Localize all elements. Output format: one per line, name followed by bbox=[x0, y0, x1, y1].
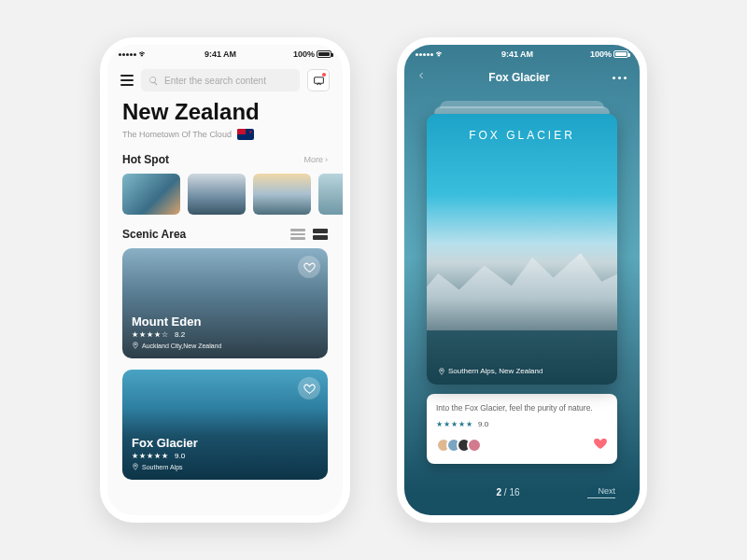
pin-icon bbox=[132, 342, 139, 349]
search-icon bbox=[148, 76, 159, 86]
hero-card[interactable]: FOX GLACIER Southern Alps, New Zealand bbox=[427, 114, 617, 385]
scenic-card[interactable]: Fox Glacier ★★★★★ 9.0 Southern Alps bbox=[122, 370, 328, 480]
battery-icon bbox=[317, 50, 331, 58]
heart-icon bbox=[303, 383, 316, 395]
scenic-area-header: Scenic Area bbox=[107, 215, 343, 248]
status-bar: ᯤ 9:41 AM 100% bbox=[404, 45, 640, 63]
favorite-button[interactable] bbox=[298, 377, 320, 399]
more-button[interactable] bbox=[613, 77, 627, 79]
search-input[interactable]: Enter the search content bbox=[141, 69, 300, 91]
notification-dot-icon bbox=[322, 73, 326, 77]
svg-point-2 bbox=[134, 465, 136, 467]
pin-icon bbox=[132, 463, 139, 470]
screen-home: ᯤ 9:41 AM 100% Enter the search content … bbox=[107, 45, 343, 515]
battery-percent: 100% bbox=[293, 49, 315, 59]
back-button[interactable] bbox=[417, 69, 426, 86]
card-location: Auckland City,New Zealand bbox=[142, 343, 221, 349]
visitor-avatars[interactable] bbox=[436, 438, 482, 453]
hot-spot-carousel[interactable] bbox=[107, 174, 343, 215]
hot-spot-thumb[interactable] bbox=[122, 174, 180, 215]
hero-title: FOX GLACIER bbox=[427, 129, 617, 142]
card-title: Mount Eden bbox=[132, 315, 318, 329]
detail-header: Fox Glacier bbox=[404, 63, 640, 88]
scenic-area-title: Scenic Area bbox=[122, 228, 186, 241]
detail-title: Fox Glacier bbox=[488, 71, 549, 84]
card-title: Fox Glacier bbox=[132, 436, 318, 450]
status-bar: ᯤ 9:41 AM 100% bbox=[107, 45, 343, 63]
clock: 9:41 AM bbox=[501, 49, 533, 59]
star-icons: ★★★★☆ bbox=[132, 330, 169, 339]
avatar bbox=[467, 438, 482, 453]
wifi-icon: ᯤ bbox=[139, 49, 148, 59]
next-label: Next bbox=[598, 486, 615, 496]
chevron-right-icon: › bbox=[325, 155, 328, 164]
next-button[interactable]: Next bbox=[587, 486, 615, 498]
hot-spot-thumb[interactable] bbox=[318, 174, 343, 215]
description-rating: 9.0 bbox=[478, 420, 488, 428]
card-stack[interactable]: FOX GLACIER Southern Alps, New Zealand bbox=[427, 105, 617, 385]
underline-icon bbox=[587, 497, 615, 498]
hero-location: Southern Alps, New Zealand bbox=[448, 367, 543, 375]
nz-flag-icon bbox=[237, 129, 254, 140]
signal-dots-icon bbox=[119, 53, 136, 56]
wifi-icon: ᯤ bbox=[436, 49, 444, 59]
svg-point-3 bbox=[441, 370, 443, 371]
page-indicator: 2 / 16 bbox=[496, 487, 519, 497]
hot-spot-thumb[interactable] bbox=[253, 174, 311, 215]
clock: 9:41 AM bbox=[204, 49, 236, 59]
battery-icon bbox=[613, 50, 628, 58]
favorite-button[interactable] bbox=[298, 256, 320, 278]
hero-image bbox=[427, 114, 617, 385]
page-title: New Zealand bbox=[122, 99, 328, 125]
phone-frame-left: ᯤ 9:41 AM 100% Enter the search content … bbox=[100, 37, 350, 523]
heart-icon bbox=[303, 261, 316, 273]
scenic-list: Mount Eden ★★★★☆ 8.2 Auckland City,New Z… bbox=[107, 248, 343, 480]
card-location: Southern Alps bbox=[142, 464, 183, 470]
list-view-button[interactable] bbox=[290, 229, 305, 240]
like-button[interactable] bbox=[593, 436, 608, 455]
view-toggle bbox=[290, 229, 328, 240]
card-rating: 9.0 bbox=[175, 452, 185, 460]
scenic-card[interactable]: Mount Eden ★★★★☆ 8.2 Auckland City,New Z… bbox=[122, 248, 328, 358]
svg-rect-0 bbox=[314, 77, 323, 83]
heart-filled-icon bbox=[593, 436, 608, 451]
screen-detail: ᯤ 9:41 AM 100% Fox Glacier FOX GLACIER bbox=[404, 45, 640, 515]
svg-point-1 bbox=[134, 343, 136, 345]
stack-back-card-icon bbox=[434, 106, 610, 114]
search-placeholder: Enter the search content bbox=[164, 76, 266, 86]
signal-dots-icon bbox=[416, 53, 433, 56]
page-heading: New Zealand The Hometown Of The Cloud bbox=[107, 97, 343, 140]
hot-spot-header: Hot Spot More › bbox=[107, 140, 343, 174]
hot-spot-title: Hot Spot bbox=[122, 153, 169, 166]
description-text: Into the Fox Glacier, feel the purity of… bbox=[436, 403, 608, 414]
star-icons: ★★★★★ bbox=[132, 452, 169, 460]
description-card: Into the Fox Glacier, feel the purity of… bbox=[427, 394, 617, 464]
hot-spot-more-button[interactable]: More › bbox=[303, 155, 328, 164]
hot-spot-thumb[interactable] bbox=[188, 174, 246, 215]
menu-icon[interactable] bbox=[120, 75, 134, 86]
chevron-left-icon bbox=[417, 69, 426, 82]
chat-button[interactable] bbox=[307, 69, 330, 91]
page-subtitle: The Hometown Of The Cloud bbox=[122, 130, 232, 139]
top-bar: Enter the search content bbox=[107, 63, 343, 97]
pagination: 2 / 16 Next bbox=[404, 486, 640, 498]
grid-view-button[interactable] bbox=[313, 229, 328, 240]
battery-percent: 100% bbox=[590, 49, 612, 59]
star-icons: ★★★★★ bbox=[436, 420, 473, 428]
card-rating: 8.2 bbox=[175, 330, 185, 339]
phone-frame-right: ᯤ 9:41 AM 100% Fox Glacier FOX GLACIER bbox=[397, 37, 647, 523]
pin-icon bbox=[438, 368, 445, 375]
